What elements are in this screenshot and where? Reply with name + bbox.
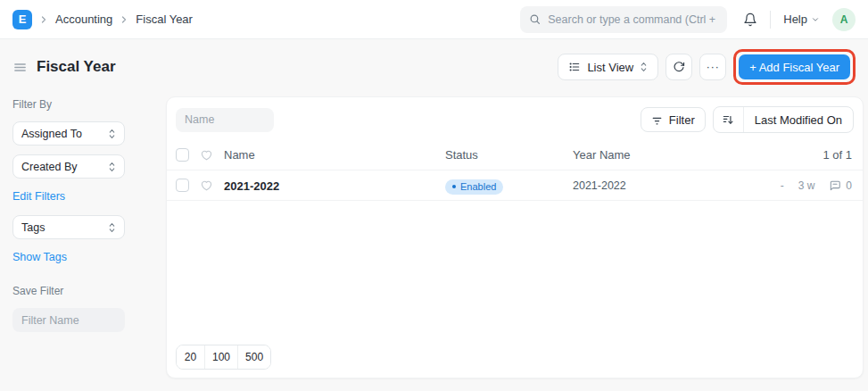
assigned-to-select[interactable]: Assigned To xyxy=(12,121,125,146)
select-all-checkbox[interactable] xyxy=(176,148,189,162)
select-arrows-icon xyxy=(640,62,648,72)
name-filter-input[interactable] xyxy=(176,108,274,132)
refresh-button[interactable] xyxy=(665,54,692,80)
tags-select[interactable]: Tags xyxy=(12,215,125,239)
view-switcher-label: List View xyxy=(587,61,633,74)
app-logo-icon[interactable]: E xyxy=(12,10,32,29)
column-header-year-name[interactable]: Year Name xyxy=(573,148,715,162)
page-size-100-button[interactable]: 100 xyxy=(204,345,237,369)
edit-filters-link[interactable]: Edit Filters xyxy=(12,190,65,203)
comment-icon xyxy=(829,179,841,192)
sidebar-toggle-icon[interactable] xyxy=(12,60,28,75)
highlight-ring: + Add Fiscal Year xyxy=(733,49,856,85)
sort-direction-button[interactable] xyxy=(714,107,744,132)
row-year-name: 2021-2022 xyxy=(573,179,715,192)
more-menu-button[interactable]: ··· xyxy=(699,54,726,80)
created-by-select[interactable]: Created By xyxy=(12,154,125,179)
navbar-divider xyxy=(770,11,771,29)
app-window: E Accounting Fiscal Year Help xyxy=(0,0,868,391)
column-header-status[interactable]: Status xyxy=(445,148,573,162)
chevron-down-icon xyxy=(811,15,820,24)
tags-label: Tags xyxy=(21,221,45,234)
table-row[interactable]: 2021-2022 Enabled 2021-2022 - 3 w 0 xyxy=(167,171,863,201)
page-size-500-button[interactable]: 500 xyxy=(237,345,270,369)
add-fiscal-year-button[interactable]: + Add Fiscal Year xyxy=(739,54,850,79)
chevron-right-icon xyxy=(119,14,129,25)
user-avatar[interactable]: A xyxy=(832,8,856,31)
select-arrows-icon xyxy=(108,162,116,172)
filter-icon xyxy=(651,114,663,126)
navbar-right-group: Help A xyxy=(743,8,856,31)
sort-descending-icon xyxy=(722,113,734,126)
like-filter-heart-icon[interactable] xyxy=(200,148,213,162)
row-comments[interactable]: 0 xyxy=(829,179,852,192)
filter-by-label: Filter By xyxy=(12,98,148,111)
row-modified: 3 w xyxy=(798,179,815,192)
result-count: 1 of 1 xyxy=(823,148,852,162)
page-title: Fiscal Year xyxy=(37,58,116,76)
refresh-icon xyxy=(673,61,685,73)
select-arrows-icon xyxy=(108,222,116,233)
page-size-20-button[interactable]: 20 xyxy=(177,345,204,369)
status-badge-label: Enabled xyxy=(460,182,496,192)
like-heart-icon[interactable] xyxy=(200,179,213,192)
view-switcher-button[interactable]: List View xyxy=(558,54,658,80)
list-toolbar-right: Filter Last Modified On xyxy=(641,106,854,133)
breadcrumb-accounting[interactable]: Accounting xyxy=(55,12,112,26)
page-actions: List View ··· + Add Fiscal Year xyxy=(558,49,856,85)
search-icon xyxy=(529,13,541,25)
sort-field-button[interactable]: Last Modified On xyxy=(744,107,853,132)
list-view-icon xyxy=(568,61,581,73)
notifications-button[interactable] xyxy=(743,12,757,27)
assigned-to-label: Assigned To xyxy=(21,128,82,140)
global-search[interactable] xyxy=(520,6,727,33)
help-menu[interactable]: Help xyxy=(783,12,820,26)
search-input[interactable] xyxy=(548,13,718,26)
filter-sidebar: Filter By Assigned To Created By Edit Fi… xyxy=(0,89,161,341)
bell-icon xyxy=(743,12,757,27)
ellipsis-icon: ··· xyxy=(707,62,720,72)
row-checkbox[interactable] xyxy=(176,179,189,192)
chevron-right-icon xyxy=(38,14,49,25)
row-name-link[interactable]: 2021-2022 xyxy=(224,179,279,193)
row-meta: - 3 w 0 xyxy=(781,179,852,192)
column-header-name[interactable]: Name xyxy=(224,148,445,162)
breadcrumb-fiscal-year[interactable]: Fiscal Year xyxy=(136,12,193,26)
created-by-label: Created By xyxy=(21,161,78,173)
show-tags-link[interactable]: Show Tags xyxy=(12,251,67,263)
filter-name-input[interactable] xyxy=(12,308,125,332)
select-arrows-icon xyxy=(108,129,116,139)
filter-button-label: Filter xyxy=(669,113,695,127)
list-toolbar: Filter Last Modified On xyxy=(167,97,863,140)
status-dot-icon xyxy=(452,185,456,188)
help-label: Help xyxy=(783,12,807,26)
page-size-selector: 20 100 500 xyxy=(176,345,271,370)
sort-button-group: Last Modified On xyxy=(713,106,854,133)
list-header-row: Name Status Year Name 1 of 1 xyxy=(167,140,863,171)
filter-button[interactable]: Filter xyxy=(641,107,706,132)
top-navbar: E Accounting Fiscal Year Help xyxy=(0,0,868,39)
save-filter-label: Save Filter xyxy=(12,285,148,297)
row-assigned: - xyxy=(781,179,784,192)
page-header: Fiscal Year List View ··· + Add Fi xyxy=(0,51,868,83)
list-view-card: Filter Last Modified On Name Status xyxy=(166,96,864,379)
comment-count: 0 xyxy=(846,179,852,192)
status-badge: Enabled xyxy=(445,179,503,195)
